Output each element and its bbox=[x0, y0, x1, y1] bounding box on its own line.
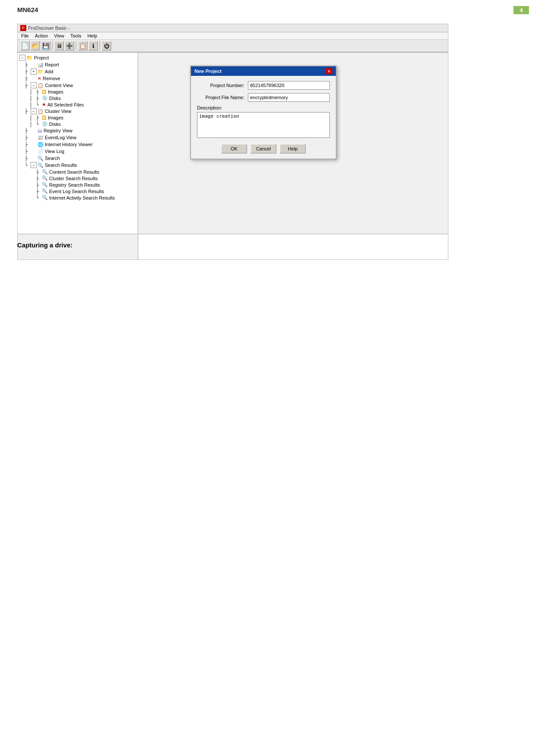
toolbar-power-btn[interactable]: ⏻ bbox=[102, 41, 111, 50]
project-file-row: Project File Name: bbox=[197, 93, 330, 102]
history-icon: 🌐 bbox=[38, 142, 44, 147]
expand-add[interactable]: + bbox=[31, 69, 37, 75]
tree-item-search[interactable]: ├ + 🔍 Search bbox=[18, 155, 138, 162]
cluster-search-results-icon: 🔍 bbox=[42, 175, 48, 181]
event-log-search-results-icon: 🔍 bbox=[42, 188, 48, 194]
tree-label-search: Search bbox=[45, 156, 60, 161]
no-expand2: ├ bbox=[36, 96, 42, 101]
tree-item-content-search-results[interactable]: ├ 🔍 Content Search Results bbox=[18, 169, 138, 175]
tree-item-registry-view[interactable]: ├ + 🗂 Registry View bbox=[18, 127, 138, 134]
caption-area: Capturing a drive: bbox=[17, 241, 72, 249]
no-expand: │ bbox=[30, 89, 36, 94]
expand-content-view[interactable]: − bbox=[31, 82, 37, 88]
tree-label-clv-images: Images bbox=[48, 115, 63, 120]
description-label: Description: bbox=[197, 105, 330, 110]
no-expand: │ bbox=[30, 122, 36, 127]
tree-label-search-results: Search Results bbox=[45, 162, 77, 168]
ok-button[interactable]: OK bbox=[221, 144, 247, 153]
no-expand: ├ bbox=[25, 69, 31, 74]
no-expand: │ bbox=[30, 115, 36, 120]
expand-cluster-view[interactable]: − bbox=[31, 108, 37, 114]
tree-item-clv-disks[interactable]: │ └ 💿 Disks bbox=[18, 121, 138, 127]
menu-help[interactable]: Help bbox=[88, 33, 97, 38]
tree-item-cv-selected-files[interactable]: │ └ ★ All Selected Files bbox=[18, 101, 138, 108]
no-expand: ├ bbox=[25, 135, 31, 140]
expand-project[interactable]: − bbox=[19, 55, 25, 61]
toolbar-open-btn[interactable]: 📂 bbox=[31, 41, 40, 50]
tree-label-cluster-search-results: Cluster Search Results bbox=[49, 176, 98, 181]
toolbar-save-btn[interactable]: 💾 bbox=[41, 41, 50, 50]
folder-icon: 📁 bbox=[26, 55, 33, 61]
expand-search-results[interactable]: − bbox=[31, 162, 37, 168]
project-number-label: Project Number: bbox=[197, 83, 244, 88]
no-expand: └ bbox=[25, 162, 31, 168]
toolbar-add-btn[interactable]: ➕ bbox=[65, 41, 74, 50]
tree-label-eventlog-view: EventLog View bbox=[45, 135, 76, 140]
search-icon: 🔍 bbox=[38, 156, 44, 161]
project-number-input[interactable] bbox=[248, 81, 330, 90]
menu-tools[interactable]: Tools bbox=[70, 33, 81, 38]
tree-label-cluster-view: Cluster View bbox=[45, 109, 72, 114]
caption-text: Capturing a drive: bbox=[17, 241, 72, 249]
tree-item-event-log-search-results[interactable]: ├ 🔍 Event Log Search Results bbox=[18, 188, 138, 194]
help-button[interactable]: Help bbox=[280, 144, 306, 153]
title-bar: P ProDiscover Basic - bbox=[18, 24, 448, 32]
tree-item-internet-search-results[interactable]: └ 🔍 Internet Activity Search Results bbox=[18, 194, 138, 201]
description-textarea[interactable]: image creation bbox=[197, 112, 330, 138]
no-expand: │ bbox=[30, 102, 36, 107]
no-expand: ├ bbox=[25, 62, 31, 67]
tree-item-cv-disks[interactable]: │ ├ 💿 Disks bbox=[18, 95, 138, 101]
tree-label-content-search-results: Content Search Results bbox=[49, 169, 99, 175]
tree-panel: − 📁 Project ├ + 📊 Report ├ + 📁 Add ├ bbox=[18, 53, 138, 234]
tree-item-project[interactable]: − 📁 Project bbox=[18, 54, 138, 61]
no-expand: │ bbox=[30, 96, 36, 101]
tree-item-view-log[interactable]: ├ + 📄 View Log bbox=[18, 148, 138, 155]
tree-item-cluster-view[interactable]: ├ − 📋 Cluster View bbox=[18, 108, 138, 115]
tree-item-report[interactable]: ├ + 📊 Report bbox=[18, 61, 138, 68]
tree-item-add[interactable]: ├ + 📁 Add bbox=[18, 68, 138, 75]
right-panel: New Project ✕ Project Number: Project Fi… bbox=[138, 53, 448, 234]
tree-item-remove[interactable]: ├ + ✕ Remove bbox=[18, 75, 138, 82]
no-expand: ├ bbox=[25, 128, 31, 133]
tree-label-remove: Remove bbox=[43, 76, 60, 81]
tree-item-registry-search-results[interactable]: ├ 🔍 Registry Search Results bbox=[18, 181, 138, 188]
tree-item-eventlog-view[interactable]: ├ + 📰 EventLog View bbox=[18, 134, 138, 141]
tree-item-history-viewer[interactable]: ├ + 🌐 Internet History Viewer bbox=[18, 141, 138, 148]
selected-icon: ★ bbox=[42, 102, 46, 107]
new-project-dialog: New Project ✕ Project Number: Project Fi… bbox=[190, 66, 337, 159]
toolbar-sep-3 bbox=[100, 41, 100, 50]
toolbar-report-btn[interactable]: 📋 bbox=[78, 41, 88, 50]
no-expand2: ├ bbox=[36, 182, 42, 187]
content-icon: 📋 bbox=[38, 83, 44, 88]
no-expand: ├ bbox=[25, 109, 31, 114]
menu-view[interactable]: View bbox=[54, 33, 64, 38]
no-expand: ├ bbox=[25, 76, 31, 81]
registry-icon: 🗂 bbox=[38, 128, 42, 133]
tree-item-cluster-search-results[interactable]: ├ 🔍 Cluster Search Results bbox=[18, 175, 138, 181]
tree-label-content-view: Content View bbox=[45, 83, 73, 88]
tree-item-content-view[interactable]: ├ − 📋 Content View bbox=[18, 82, 138, 89]
menu-file[interactable]: File bbox=[21, 33, 29, 38]
menu-bar: File Action View Tools Help bbox=[18, 32, 448, 40]
no-expand2: ├ bbox=[36, 169, 42, 175]
dialog-close-button[interactable]: ✕ bbox=[325, 68, 332, 74]
internet-search-results-icon: 🔍 bbox=[42, 195, 48, 200]
tree-item-search-results[interactable]: └ − 🔍 Search Results bbox=[18, 162, 138, 169]
description-section: Description: image creation bbox=[197, 105, 330, 139]
dialog-title-bar: New Project ✕ bbox=[191, 66, 336, 76]
tree-item-cv-images[interactable]: │ ├ 🖼 Images bbox=[18, 89, 138, 95]
tree-label-add: Add bbox=[45, 69, 53, 74]
menu-action[interactable]: Action bbox=[35, 33, 48, 38]
toolbar-capture-btn[interactable]: 🖥 bbox=[54, 41, 64, 50]
main-content: − 📁 Project ├ + 📊 Report ├ + 📁 Add ├ bbox=[18, 53, 448, 234]
no-expand: ├ bbox=[25, 142, 31, 147]
cancel-button[interactable]: Cancel bbox=[250, 144, 276, 153]
toolbar-info-btn[interactable]: ℹ bbox=[88, 41, 98, 50]
tree-item-clv-images[interactable]: │ ├ 🖼 Images bbox=[18, 115, 138, 121]
toolbar-new-btn[interactable]: 📄 bbox=[20, 41, 30, 50]
tree-label-project: Project bbox=[34, 55, 49, 60]
project-file-input[interactable] bbox=[248, 93, 330, 102]
tree-label-cv-disks: Disks bbox=[49, 96, 61, 101]
bottom-right-panel bbox=[138, 234, 448, 259]
remove-icon: ✕ bbox=[38, 76, 41, 81]
